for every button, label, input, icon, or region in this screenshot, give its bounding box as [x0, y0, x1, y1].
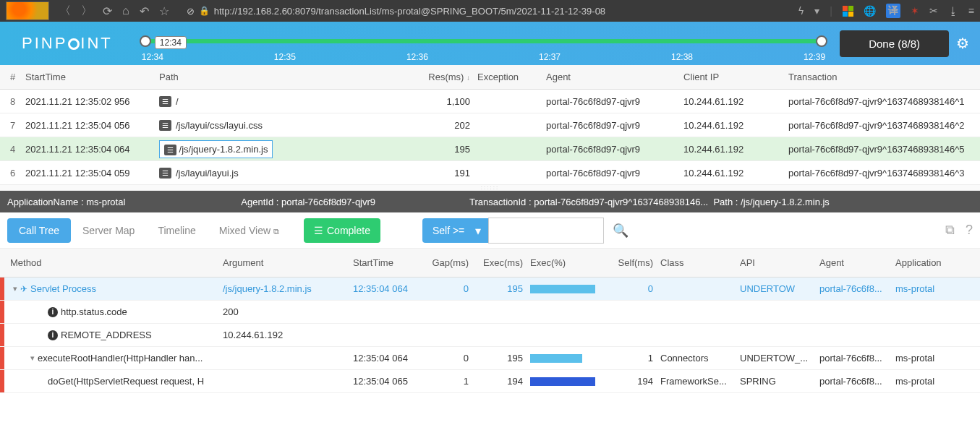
complete-button[interactable]: ☰Complete	[304, 218, 380, 243]
filter-input[interactable]	[488, 218, 604, 244]
cell-path: ☰ /js/layui/css/layui.css	[159, 120, 419, 131]
col-method[interactable]: Method	[0, 257, 223, 268]
right-actions: ⧉ ?	[945, 223, 973, 238]
cell-api: SPRING	[740, 376, 819, 387]
cell-arg: 200	[223, 306, 353, 317]
search-icon[interactable]: 🔍	[613, 223, 629, 238]
col-gap[interactable]: Gap(ms)	[425, 257, 476, 268]
cell-method: ▾ executeRootHandler(HttpHandler han...	[0, 353, 223, 364]
agent-id: portal-76c6f8d97-qjvr9	[281, 197, 375, 207]
col-path[interactable]: Path	[159, 72, 419, 82]
browser-chrome: 〈 〉 ⟳ ⌂ ↶ ☆ ⊘ 🔒 http://192.168.2.60:8079…	[0, 0, 980, 22]
col-clientip[interactable]: Client IP	[683, 72, 788, 82]
undo-icon[interactable]: ↶	[140, 4, 149, 18]
col-app[interactable]: Application	[895, 257, 980, 268]
cell-app: ms-protal	[895, 376, 980, 387]
done-button[interactable]: Done (8/8)	[840, 30, 949, 57]
col-exception[interactable]: Exception	[477, 72, 546, 82]
cell-path: ☰ /js/jquery-1.8.2.min.js	[159, 140, 419, 158]
col-agent2[interactable]: Agent	[819, 257, 895, 268]
calltree-row[interactable]: doGet(HttpServletRequest request, H12:35…	[0, 370, 980, 393]
cell-start: 2021.11.21 12:35:04 064	[25, 144, 159, 155]
reload-icon[interactable]: ⟳	[103, 4, 112, 18]
calltree-row[interactable]: ▾ ✈ Servlet Process/js/jquery-1.8.2.min.…	[0, 278, 980, 301]
self-filter-select[interactable]: Self >=	[422, 218, 488, 243]
col-starttime[interactable]: StartTime	[25, 72, 159, 82]
forward-icon[interactable]: 〉	[81, 4, 93, 19]
calltree-row[interactable]: i http.status.code200	[0, 301, 980, 324]
cell-start: 12:35:04 064	[353, 283, 425, 294]
method-name: Servlet Process	[30, 283, 96, 294]
timeline-handle-right[interactable]	[816, 35, 827, 47]
home-icon[interactable]: ⌂	[122, 4, 129, 17]
label: Path :	[713, 197, 738, 207]
col-execpct[interactable]: Exec(%)	[530, 257, 602, 268]
page-icon: ☰	[159, 120, 171, 131]
cell-execpct	[530, 377, 602, 386]
cell-class: FrameworkSe...	[660, 376, 740, 387]
tab-mixedview[interactable]: Mixed View ⧉	[208, 218, 291, 243]
cell-agent: portal-76c6f8...	[819, 353, 895, 364]
menu-icon[interactable]: ≡	[968, 5, 974, 17]
flash-icon[interactable]: ϟ	[798, 5, 804, 17]
col-argument[interactable]: Argument	[223, 257, 353, 268]
translate-icon[interactable]: 译	[886, 4, 900, 18]
cell-method: i REMOTE_ADDRESS	[0, 330, 223, 340]
method-name: REMOTE_ADDRESS	[61, 330, 152, 340]
ms-logo-icon[interactable]	[843, 6, 853, 17]
timeline-ticks: 12:34 12:35 12:36 12:37 12:38 12:39	[142, 52, 825, 62]
tab-timeline[interactable]: Timeline	[146, 218, 207, 243]
cell-execpct	[530, 354, 602, 363]
cell-exec: 195	[476, 353, 530, 364]
col-self[interactable]: Self(ms)	[602, 257, 660, 268]
sep-icon: |	[830, 5, 832, 17]
transaction-header: # StartTime Path Res(ms) ↓ Exception Age…	[0, 65, 980, 90]
cell-app: ms-protal	[895, 283, 980, 294]
tab-servermap[interactable]: Server Map	[71, 218, 146, 243]
expand-icon[interactable]: ▾	[30, 353, 35, 363]
col-res[interactable]: Res(ms) ↓	[419, 72, 477, 82]
transaction-row[interactable]: 42021.11.21 12:35:04 064☰ /js/jquery-1.8…	[0, 137, 980, 161]
cell-self: 194	[602, 376, 660, 387]
download-icon[interactable]: ⭳	[948, 5, 958, 17]
cell-api: UNDERTOW_...	[740, 353, 819, 364]
calltree-row[interactable]: ▾ executeRootHandler(HttpHandler han...1…	[0, 347, 980, 370]
col-index[interactable]: #	[0, 72, 25, 82]
col-api[interactable]: API	[740, 257, 819, 268]
transaction-row[interactable]: 72021.11.21 12:35:04 056☰ /js/layui/css/…	[0, 113, 980, 137]
calltree-row[interactable]: i REMOTE_ADDRESS10.244.61.192	[0, 324, 980, 347]
col-class[interactable]: Class	[660, 257, 740, 268]
transaction-row[interactable]: 82021.11.21 12:35:02 956☰ /1,100portal-7…	[0, 90, 980, 113]
back-icon[interactable]: 〈	[59, 4, 71, 19]
ext-icon[interactable]: ✶	[911, 5, 919, 17]
col-transaction[interactable]: Transaction	[788, 72, 980, 82]
star-icon[interactable]: ☆	[159, 4, 169, 18]
tick: 12:39	[804, 52, 825, 62]
calltree-header: Method Argument StartTime Gap(ms) Exec(m…	[0, 249, 980, 278]
expand-icon[interactable]: ▾	[13, 284, 17, 293]
gear-icon[interactable]: ⚙	[956, 35, 969, 52]
url-text: http://192.168.2.60:8079/transactionList…	[214, 6, 605, 17]
cell-api: UNDERTOW	[740, 283, 819, 294]
timeline-handle-left[interactable]	[140, 35, 151, 47]
cell-method: ▾ ✈ Servlet Process	[0, 283, 223, 294]
scissors-icon[interactable]: ✂	[929, 5, 938, 17]
popup-icon[interactable]: ⧉	[945, 223, 955, 238]
cell-trans: portal-76c6f8d97-qjvr9^1637468938146^1	[788, 96, 980, 107]
timeline-slider[interactable]: 12:34 12:34 12:35 12:36 12:37 12:38 12:3…	[142, 22, 825, 65]
col-starttime2[interactable]: StartTime	[353, 257, 425, 268]
tab-calltree[interactable]: Call Tree	[7, 218, 71, 243]
globe-icon[interactable]: 🌐	[864, 5, 876, 17]
transaction-row[interactable]: 62021.11.21 12:35:04 059☰ /js/layui/layu…	[0, 161, 980, 185]
col-exec[interactable]: Exec(ms)	[476, 257, 530, 268]
chevron-down-icon[interactable]: ▾	[814, 5, 819, 17]
cell-ip: 10.244.61.192	[683, 120, 788, 131]
cell-start: 2021.11.21 12:35:04 056	[25, 120, 159, 131]
url-bar[interactable]: ⊘ 🔒 http://192.168.2.60:8079/transaction…	[187, 6, 788, 17]
cell-trans: portal-76c6f8d97-qjvr9^1637468938146^2	[788, 120, 980, 131]
help-icon[interactable]: ?	[966, 223, 973, 238]
col-agent[interactable]: Agent	[546, 72, 683, 82]
cell-method: i http.status.code	[0, 306, 223, 317]
external-link-icon: ⧉	[273, 227, 279, 236]
resize-handle[interactable]: ::::::	[0, 185, 980, 191]
